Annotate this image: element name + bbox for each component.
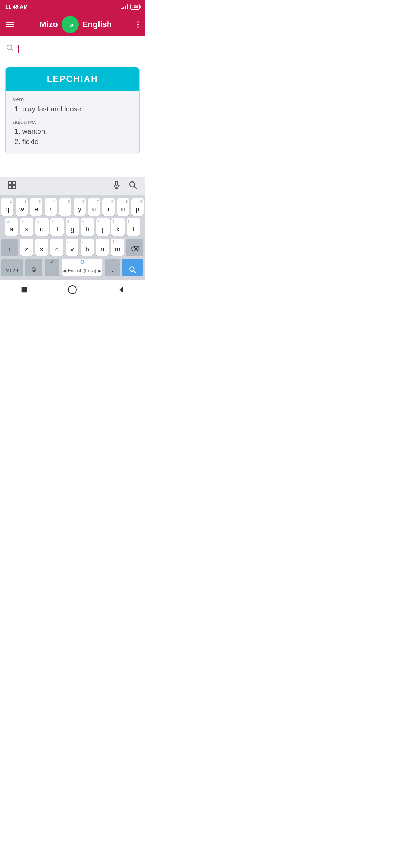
keyboard-mic-button[interactable] [112,181,121,192]
search-input[interactable] [18,45,139,53]
word-title: LEPCHIAH [47,74,98,84]
source-language: Mizo [40,20,58,29]
key-x[interactable]: "x [35,239,48,256]
adj-def-1: 1. wanton, [14,126,132,137]
nav-stop-button[interactable] [19,284,30,295]
key-j[interactable]: +j [96,218,110,236]
word-title-bar: LEPCHIAH [6,67,139,91]
key-n[interactable]: !n [96,239,109,256]
key-f[interactable]: -f [50,218,64,236]
swap-languages-button[interactable]: » [62,16,79,33]
key-shift[interactable]: ↑ [1,239,18,256]
key-s[interactable]: #s [20,218,33,236]
key-emoji[interactable]: ☺ [25,259,42,276]
app-bar: Mizo » English [0,13,145,36]
svg-rect-2 [9,182,11,184]
key-l[interactable]: )l [127,218,140,236]
word-card: LEPCHIAH verb. 1. play fast and loose ad… [5,67,140,154]
key-w[interactable]: 2w [16,198,28,216]
key-v[interactable]: :v [66,239,79,256]
keyboard-grid-button[interactable] [7,181,16,192]
menu-button[interactable] [6,22,14,27]
nav-home-button[interactable] [67,284,78,295]
svg-line-10 [134,186,137,189]
status-time: 11:49 AM [5,4,28,10]
search-section [0,36,145,61]
key-k[interactable]: (k [111,218,125,236]
adj-def-2: 2. fickle [14,137,132,147]
key-i[interactable]: 8i [102,198,115,216]
svg-rect-13 [22,287,27,292]
svg-point-14 [68,286,76,294]
svg-line-1 [11,49,13,51]
key-b[interactable]: ;b [81,239,94,256]
target-language: English [82,20,112,29]
keyboard-toolbar [0,177,145,195]
key-e[interactable]: 3e [30,198,42,216]
battery-indicator: 100 [130,4,140,10]
key-g[interactable]: &g [66,218,79,236]
verb-def-1: 1. play fast and loose [14,104,132,115]
keyboard-row-3: ↑ *z "x 'c :v ;b !n ?m ⌫ [1,239,143,256]
key-p[interactable]: 0p [131,198,144,216]
search-icon [6,44,14,54]
key-h[interactable]: -h [81,218,94,236]
svg-rect-5 [13,186,15,188]
keyboard-search-button[interactable] [128,181,137,192]
search-field[interactable] [19,45,139,53]
key-search[interactable] [122,259,143,276]
svg-rect-4 [9,186,11,188]
key-t[interactable]: 5t [59,198,71,216]
word-definitions: verb. 1. play fast and loose adjective. … [6,91,139,154]
more-options-button[interactable] [137,21,139,28]
svg-rect-3 [13,182,15,184]
key-num-switch[interactable]: ?123 [1,259,23,276]
key-c[interactable]: 'c [50,239,63,256]
key-u[interactable]: 7u [88,198,100,216]
status-icons: 100 [121,4,140,10]
key-z[interactable]: *z [20,239,33,256]
signal-icon [121,4,128,9]
keyboard-row-1: 1q 2w 3e 4r 5t 6y 7u 8i 9o 0p [1,198,143,216]
key-y[interactable]: 6y [74,198,86,216]
status-bar: 11:49 AM 100 [0,0,145,13]
language-switcher[interactable]: Mizo » English [40,16,112,33]
svg-marker-15 [119,287,123,292]
keyboard-row-bottom: ?123 ☺ 🎤, 🌐 ◀ English (India) ▶ !?. [1,259,143,276]
key-q[interactable]: 1q [1,198,13,216]
svg-line-12 [134,270,136,272]
key-a[interactable]: @a [5,218,18,236]
pos-verb: verb. [13,96,132,102]
svg-point-11 [130,267,134,271]
text-cursor [18,45,19,53]
keyboard[interactable]: 1q 2w 3e 4r 5t 6y 7u 8i 9o 0p @a #s ₹d -… [0,195,145,280]
keyboard-row-2: @a #s ₹d -f &g -h +j (k )l [1,218,143,236]
svg-point-0 [7,45,12,50]
svg-point-9 [130,182,135,187]
key-spacebar[interactable]: 🌐 ◀ English (India) ▶ [62,259,102,276]
key-r[interactable]: 4r [45,198,57,216]
key-special-chars[interactable]: !?. [105,259,120,276]
key-m[interactable]: ?m [111,239,124,256]
key-comma[interactable]: 🎤, [45,259,59,276]
key-backspace[interactable]: ⌫ [126,239,143,256]
key-o[interactable]: 9o [117,198,129,216]
pos-adjective: adjective. [13,118,132,125]
svg-rect-6 [115,181,118,185]
key-d[interactable]: ₹d [35,218,49,236]
arrow-icon: » [68,20,72,29]
nav-back-button[interactable] [115,284,126,295]
nav-bar [0,280,145,298]
search-bar[interactable] [6,44,139,57]
